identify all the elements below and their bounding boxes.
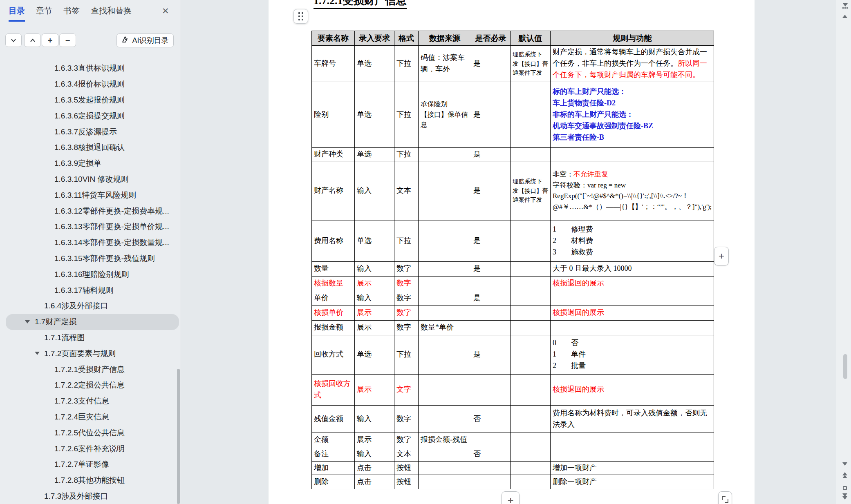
- cell-10-0[interactable]: 回收方式: [312, 335, 355, 374]
- toc-item-9[interactable]: 1.6.3.12零部件更换-定损费率规...: [6, 203, 179, 219]
- cell-4-3[interactable]: [419, 221, 471, 261]
- toc-item-7[interactable]: 1.6.3.10VIN 修改规则: [6, 172, 179, 187]
- cell-15-0[interactable]: 增加: [312, 461, 355, 475]
- cell-4-5[interactable]: [511, 221, 551, 261]
- cell-2-0[interactable]: 财产种类: [312, 147, 355, 161]
- sidebar-scrollbar-thumb[interactable]: [177, 369, 180, 504]
- cell-0-3[interactable]: 码值：涉案车 辆，车外: [419, 46, 471, 82]
- cell-10-4[interactable]: 是: [471, 335, 511, 374]
- cell-13-6[interactable]: [551, 433, 714, 447]
- cell-12-3[interactable]: [419, 405, 471, 433]
- expand-all-button[interactable]: [24, 33, 41, 47]
- table-drag-handle[interactable]: [293, 9, 308, 24]
- cell-15-1[interactable]: 点击: [355, 461, 394, 475]
- cell-7-3[interactable]: [419, 291, 471, 306]
- cell-11-5[interactable]: [511, 374, 551, 405]
- cell-11-0[interactable]: 核损回收方 式: [312, 374, 355, 405]
- toc-item-11[interactable]: 1.6.3.14零部件更换-定损数量规...: [6, 235, 179, 251]
- cell-1-2[interactable]: 下拉: [394, 82, 419, 147]
- cell-14-1[interactable]: 输入: [355, 447, 394, 461]
- toc-item-27[interactable]: 1.7.3涉及外部接口: [6, 488, 179, 504]
- cell-9-6[interactable]: [551, 320, 714, 335]
- cell-6-0[interactable]: 核损数量: [312, 276, 355, 291]
- cell-9-3[interactable]: 数量*单价: [419, 320, 471, 335]
- cell-13-1[interactable]: 展示: [355, 433, 394, 447]
- toc-item-3[interactable]: 1.6.3.6定损提交规则: [6, 108, 179, 124]
- cell-5-6[interactable]: 大于 0 且最大录入 10000: [551, 261, 714, 276]
- cell-15-2[interactable]: 按钮: [394, 461, 419, 475]
- cell-16-2[interactable]: 按钮: [394, 475, 419, 489]
- cell-9-0[interactable]: 报损金额: [312, 320, 355, 335]
- toc-item-25[interactable]: 1.7.2.7单证影像: [6, 457, 179, 473]
- ai-recognize-toc-button[interactable]: AI识别目录: [116, 33, 174, 47]
- select-browse-object-button[interactable]: [843, 486, 847, 490]
- cell-11-2[interactable]: 文字: [394, 374, 419, 405]
- cell-12-5[interactable]: [511, 405, 551, 433]
- cell-6-5[interactable]: [511, 276, 551, 291]
- cell-2-4[interactable]: 是: [471, 147, 511, 161]
- section-heading[interactable]: 1.7.2.1受损财产信息: [314, 0, 407, 9]
- cell-5-4[interactable]: 是: [471, 261, 511, 276]
- cell-3-1[interactable]: 输入: [355, 161, 394, 221]
- toc-item-12[interactable]: 1.6.3.15零部件更换-残值规则: [6, 251, 179, 267]
- toc-item-4[interactable]: 1.6.3.7反渗漏提示: [6, 124, 179, 140]
- cell-7-4[interactable]: 是: [471, 291, 511, 306]
- cell-2-3[interactable]: [419, 147, 471, 161]
- cell-4-1[interactable]: 单选: [355, 221, 394, 261]
- cell-2-1[interactable]: 单选: [355, 147, 394, 161]
- cell-13-0[interactable]: 金额: [312, 433, 355, 447]
- scroll-down-button[interactable]: [842, 462, 847, 466]
- cell-5-2[interactable]: 数字: [394, 261, 419, 276]
- previous-page-button[interactable]: [842, 472, 847, 478]
- cell-0-2[interactable]: 下拉: [394, 46, 419, 82]
- col-header-1[interactable]: 录入要求: [355, 31, 394, 46]
- col-header-4[interactable]: 是否必录: [471, 31, 511, 46]
- cell-13-4[interactable]: [471, 433, 511, 447]
- toc-item-2[interactable]: 1.6.3.5发起报价规则: [6, 92, 179, 108]
- cell-1-1[interactable]: 单选: [355, 82, 394, 147]
- cell-0-0[interactable]: 车牌号: [312, 46, 355, 82]
- cell-13-5[interactable]: [511, 433, 551, 447]
- col-header-5[interactable]: 默认值: [511, 31, 551, 46]
- cell-15-5[interactable]: [511, 461, 551, 475]
- cell-2-5[interactable]: [511, 147, 551, 161]
- cell-15-4[interactable]: [471, 461, 511, 475]
- cell-8-1[interactable]: 展示: [355, 306, 394, 320]
- toc-item-17[interactable]: 1.7.1流程图: [6, 330, 179, 346]
- cell-4-2[interactable]: 下拉: [394, 221, 419, 261]
- cell-12-2[interactable]: 数字: [394, 405, 419, 433]
- cell-3-6[interactable]: 非空；不允许重复 字符校验：var reg = new RegExp(("[`~…: [551, 161, 714, 221]
- tab-0[interactable]: 目录: [9, 5, 25, 22]
- cell-8-0[interactable]: 核损单价: [312, 306, 355, 320]
- main-scrollbar-thumb[interactable]: [843, 354, 847, 379]
- toc-item-22[interactable]: 1.7.2.4巨灾信息: [6, 409, 179, 425]
- cell-10-1[interactable]: 单选: [355, 335, 394, 374]
- cell-15-6[interactable]: 增加一项财产: [551, 461, 714, 475]
- cell-0-5[interactable]: 理赔系统下 发【接口】普 通案件下发: [511, 46, 551, 82]
- cell-1-6[interactable]: 标的车上财产只能选： 车上货物责任险-D2 非标的车上财产只能选： 机动车交通事…: [551, 82, 714, 147]
- cell-12-0[interactable]: 残值金额: [312, 405, 355, 433]
- cell-7-1[interactable]: 输入: [355, 291, 394, 306]
- caret-down-icon[interactable]: [35, 352, 40, 355]
- cell-16-3[interactable]: [419, 475, 471, 489]
- cell-6-1[interactable]: 展示: [355, 276, 394, 291]
- toc-item-19[interactable]: 1.7.2.1受损财产信息: [6, 361, 179, 377]
- cell-1-4[interactable]: 是: [471, 82, 511, 147]
- cell-8-2[interactable]: 数字: [394, 306, 419, 320]
- tab-1[interactable]: 章节: [36, 5, 52, 22]
- cell-2-6[interactable]: [551, 147, 714, 161]
- scroll-up-button[interactable]: [842, 15, 847, 18]
- cell-14-5[interactable]: [511, 447, 551, 461]
- cell-7-5[interactable]: [511, 291, 551, 306]
- cell-6-6[interactable]: 核损退回的展示: [551, 276, 714, 291]
- cell-16-4[interactable]: [471, 475, 511, 489]
- expand-table-button[interactable]: [718, 491, 732, 504]
- cell-3-3[interactable]: [419, 161, 471, 221]
- cell-6-4[interactable]: [471, 276, 511, 291]
- cell-16-5[interactable]: [511, 475, 551, 489]
- cell-7-2[interactable]: 数字: [394, 291, 419, 306]
- next-page-button[interactable]: [842, 493, 847, 500]
- cell-0-6[interactable]: 财产定损，通常将每辆车上的财产损失合并成一 个任务，非车上的损失作为一个任务。所…: [551, 46, 714, 82]
- add-row-button[interactable]: +: [502, 491, 520, 504]
- cell-14-6[interactable]: [551, 447, 714, 461]
